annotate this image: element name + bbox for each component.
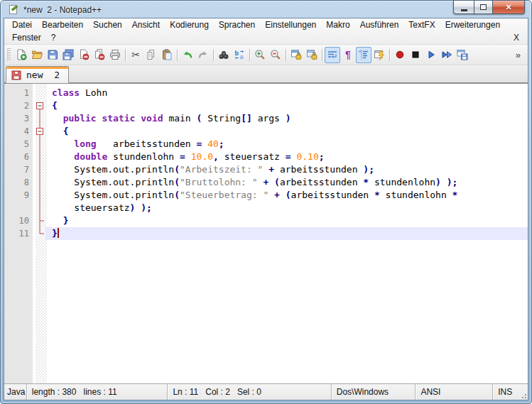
new-file-icon	[16, 49, 27, 60]
zoom-in-button[interactable]	[252, 47, 268, 63]
close-file-button[interactable]	[76, 47, 92, 63]
save-all-button[interactable]	[60, 47, 76, 63]
open-folder-icon	[31, 49, 43, 60]
macro-record-button[interactable]	[392, 47, 408, 63]
redo-button[interactable]	[195, 47, 211, 63]
menu-item-ansicht[interactable]: Ansicht	[127, 19, 165, 31]
code-line-10[interactable]: 10 }	[4, 214, 528, 227]
code-line-1[interactable]: 1class Lohn	[4, 87, 528, 99]
code-line-9[interactable]: 9 System.out.println("Steuerbetrag: " + …	[4, 189, 528, 202]
code-line-7[interactable]: 7 System.out.println("Arbeitszeit: " + a…	[4, 163, 528, 176]
word-wrap-button[interactable]	[325, 47, 340, 63]
title-bar[interactable]: *new 2 - Notepad++	[1, 1, 531, 18]
toolbar-overflow-button[interactable]: »	[511, 50, 525, 60]
zoom-out-icon	[270, 49, 281, 60]
status-language: Java	[4, 384, 26, 400]
function-completion-button[interactable]	[371, 47, 387, 63]
line-number: 11	[4, 227, 34, 240]
macro-stop-icon	[410, 49, 421, 60]
menu-item-fenster[interactable]: Fenster	[7, 32, 46, 43]
cut-button[interactable]: ✂	[128, 47, 143, 63]
menu-item-bearbeiten[interactable]: Bearbeiten	[37, 19, 88, 31]
code-text: public static void main ( String[] args …	[45, 112, 528, 125]
code-text: long arbeitsstunden = 40;	[45, 138, 528, 151]
sync-vertical-scroll-button[interactable]	[288, 47, 304, 63]
line-number: 5	[4, 138, 34, 151]
maximize-button[interactable]	[474, 1, 493, 14]
undo-button[interactable]	[180, 47, 195, 63]
show-all-characters-button[interactable]: ¶	[340, 47, 356, 63]
fold-collapse-icon[interactable]	[34, 125, 45, 138]
replace-button[interactable]: ba	[232, 47, 247, 63]
menu-close-document-button[interactable]: X	[508, 33, 525, 43]
fold-line	[34, 151, 45, 163]
sync-horizontal-scroll-button[interactable]	[304, 47, 320, 63]
new-file-button[interactable]	[13, 47, 29, 63]
fold-line	[34, 163, 45, 176]
paste-button[interactable]	[159, 47, 175, 63]
window-controls: ✕	[453, 1, 525, 14]
menu-item-help[interactable]: ?	[46, 32, 61, 43]
fold-collapse-icon[interactable]	[34, 99, 45, 112]
menu-item-sprachen[interactable]: Sprachen	[214, 19, 260, 31]
macro-save-button[interactable]	[455, 47, 470, 63]
menu-row-1: DateiBearbeitenSuchenAnsichtKodierungSpr…	[4, 18, 528, 31]
code-editor[interactable]: 1class Lohn2{3 public static void main (…	[4, 83, 528, 383]
print-button[interactable]	[107, 47, 123, 63]
fold-line	[34, 227, 45, 240]
code-text: System.out.println("Steuerbetrag: " + (a…	[45, 189, 528, 202]
code-line-3[interactable]: 3 public static void main ( String[] arg…	[4, 112, 528, 125]
macro-save-icon	[457, 49, 468, 60]
line-number: 9	[4, 189, 34, 202]
copy-button[interactable]	[143, 47, 159, 63]
macro-run-multiple-button[interactable]	[439, 47, 455, 63]
menu-item-ausf-hren[interactable]: Ausführen	[355, 19, 404, 31]
code-text: System.out.println("Arbeitszeit: " + arb…	[45, 163, 528, 176]
menu-bar: DateiBearbeitenSuchenAnsichtKodierungSpr…	[4, 18, 528, 45]
code-line-4[interactable]: 4 {	[4, 125, 528, 138]
show-all-characters-icon: ¶	[345, 50, 351, 60]
code-line-5[interactable]: 5 long arbeitsstunden = 40;	[4, 138, 528, 151]
code-line-wrap[interactable]: steuersatz) );	[4, 202, 528, 214]
code-text: double stundenlohn = 10.0, steuersatz = …	[45, 151, 528, 163]
status-doc-info: length : 380 lines : 11	[26, 384, 168, 400]
menu-item-einstellungen[interactable]: Einstellungen	[260, 19, 321, 31]
macro-stop-button[interactable]	[408, 47, 423, 63]
menu-item-datei[interactable]: Datei	[7, 19, 37, 31]
tab-new-2[interactable]: new 2	[6, 66, 69, 83]
undo-icon	[182, 49, 193, 60]
menu-item-suchen[interactable]: Suchen	[88, 19, 127, 31]
macro-run-multiple-icon	[441, 49, 452, 60]
close-all-button[interactable]	[92, 47, 107, 63]
text-caret	[58, 228, 59, 238]
save-file-icon	[47, 49, 58, 60]
fold-line	[34, 202, 45, 214]
code-line-11[interactable]: 11}	[4, 227, 528, 240]
copy-icon	[146, 49, 157, 60]
code-text: }	[45, 227, 528, 240]
menu-item-textfx[interactable]: TextFX	[403, 19, 440, 31]
code-text: }	[45, 214, 528, 227]
minimize-button[interactable]	[453, 1, 474, 14]
sync-vertical-scroll-icon	[291, 49, 302, 60]
macro-play-button[interactable]	[423, 47, 439, 63]
code-line-2[interactable]: 2{	[4, 99, 528, 112]
code-line-8[interactable]: 8 System.out.println("Bruttolohn: " + (a…	[4, 176, 528, 189]
fold-margin-cell	[34, 87, 45, 99]
menu-item-erweiterungen[interactable]: Erweiterungen	[440, 19, 505, 31]
toolbar-separator	[249, 49, 250, 61]
menu-item-makro[interactable]: Makro	[321, 19, 354, 31]
close-button[interactable]: ✕	[493, 1, 525, 14]
status-eol-format: Dos\Windows	[331, 384, 416, 400]
save-file-button[interactable]	[45, 47, 60, 63]
code-line-6[interactable]: 6 double stundenlohn = 10.0, steuersatz …	[4, 151, 528, 163]
toolbar-grip-handle[interactable]	[7, 48, 11, 61]
open-folder-button[interactable]	[29, 47, 45, 63]
find-button[interactable]	[216, 47, 232, 63]
code-text: System.out.println("Bruttolohn: " + (arb…	[45, 176, 528, 189]
line-number: 7	[4, 163, 34, 176]
indent-guide-button[interactable]	[356, 47, 371, 63]
zoom-out-button[interactable]	[268, 47, 283, 63]
menu-item-kodierung[interactable]: Kodierung	[165, 19, 214, 31]
resize-grip[interactable]	[518, 384, 528, 400]
